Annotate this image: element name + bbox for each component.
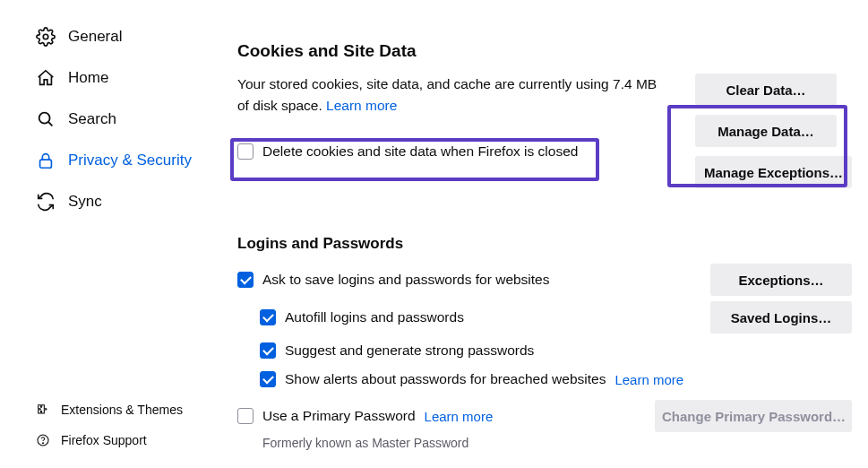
sidebar-item-label: General bbox=[68, 28, 122, 46]
manage-data-button[interactable]: Manage Data… bbox=[695, 115, 837, 147]
saved-logins-button[interactable]: Saved Logins… bbox=[710, 301, 852, 334]
sidebar-item-label: Sync bbox=[68, 193, 102, 211]
sidebar-footer: Extensions & Themes Firefox Support bbox=[0, 394, 219, 468]
change-primary-password-button[interactable]: Change Primary Password… bbox=[655, 400, 852, 432]
primary-password-row: Use a Primary Password Learn more bbox=[237, 408, 493, 424]
sidebar-item-label: Home bbox=[68, 69, 108, 87]
primary-password-note: Formerly known as Master Password bbox=[262, 436, 852, 450]
sidebar-footer-label: Extensions & Themes bbox=[61, 403, 183, 417]
search-icon bbox=[36, 109, 56, 129]
svg-line-2 bbox=[48, 122, 52, 126]
delete-on-close-label: Delete cookies and site data when Firefo… bbox=[262, 143, 578, 160]
logins-section: Logins and Passwords Ask to save logins … bbox=[237, 235, 852, 450]
cookies-description: Your stored cookies, site data, and cach… bbox=[237, 74, 695, 117]
main-content: Cookies and Site Data Your stored cookie… bbox=[237, 0, 852, 468]
help-icon bbox=[36, 433, 50, 447]
autofill-label: Autofill logins and passwords bbox=[285, 309, 464, 325]
gear-icon bbox=[36, 27, 56, 47]
svg-point-5 bbox=[43, 443, 44, 444]
cookies-section: Cookies and Site Data Your stored cookie… bbox=[237, 41, 852, 188]
sidebar-item-general[interactable]: General bbox=[0, 16, 219, 57]
svg-rect-3 bbox=[40, 160, 52, 168]
sidebar: General Home Search Privacy & Security S… bbox=[0, 0, 219, 468]
ask-save-checkbox[interactable] bbox=[237, 272, 254, 288]
suggest-checkbox[interactable] bbox=[260, 342, 276, 359]
sidebar-item-home[interactable]: Home bbox=[0, 57, 219, 99]
puzzle-icon bbox=[36, 403, 50, 417]
autofill-checkbox[interactable] bbox=[260, 309, 276, 325]
svg-point-0 bbox=[43, 34, 48, 39]
ask-save-row: Ask to save logins and passwords for web… bbox=[237, 272, 550, 288]
sidebar-item-sync[interactable]: Sync bbox=[0, 181, 219, 222]
delete-on-close-row: Delete cookies and site data when Firefo… bbox=[237, 143, 695, 160]
sync-icon bbox=[36, 192, 56, 212]
sidebar-item-privacy-security[interactable]: Privacy & Security bbox=[0, 140, 219, 181]
svg-point-1 bbox=[39, 113, 50, 124]
logins-exceptions-button[interactable]: Exceptions… bbox=[710, 264, 852, 296]
primary-password-checkbox[interactable] bbox=[237, 408, 254, 424]
sidebar-item-extensions[interactable]: Extensions & Themes bbox=[0, 394, 219, 425]
alerts-checkbox[interactable] bbox=[260, 371, 276, 387]
clear-data-button[interactable]: Clear Data… bbox=[695, 74, 837, 106]
suggest-row: Suggest and generate strong passwords bbox=[260, 342, 852, 359]
alerts-row: Show alerts about passwords for breached… bbox=[260, 371, 852, 387]
sidebar-main-items: General Home Search Privacy & Security S… bbox=[0, 16, 219, 394]
lock-icon bbox=[36, 151, 56, 170]
suggest-label: Suggest and generate strong passwords bbox=[285, 342, 534, 359]
delete-on-close-checkbox[interactable] bbox=[237, 143, 254, 160]
sidebar-item-label: Search bbox=[68, 110, 116, 128]
cookies-header: Cookies and Site Data bbox=[237, 41, 852, 61]
sidebar-item-label: Privacy & Security bbox=[68, 152, 192, 169]
primary-password-label: Use a Primary Password bbox=[262, 408, 416, 424]
autofill-row: Autofill logins and passwords bbox=[260, 309, 464, 325]
ask-save-label: Ask to save logins and passwords for web… bbox=[262, 272, 550, 288]
primary-learn-more-link[interactable]: Learn more bbox=[425, 409, 494, 424]
alerts-label: Show alerts about passwords for breached… bbox=[285, 371, 606, 387]
sidebar-footer-label: Firefox Support bbox=[61, 433, 147, 447]
sidebar-item-search[interactable]: Search bbox=[0, 99, 219, 140]
sidebar-item-support[interactable]: Firefox Support bbox=[0, 425, 219, 455]
manage-exceptions-button[interactable]: Manage Exceptions… bbox=[695, 156, 852, 188]
cookies-learn-more-link[interactable]: Learn more bbox=[326, 98, 397, 113]
home-icon bbox=[36, 68, 56, 88]
alerts-learn-more-link[interactable]: Learn more bbox=[614, 372, 683, 387]
logins-header: Logins and Passwords bbox=[237, 235, 852, 253]
